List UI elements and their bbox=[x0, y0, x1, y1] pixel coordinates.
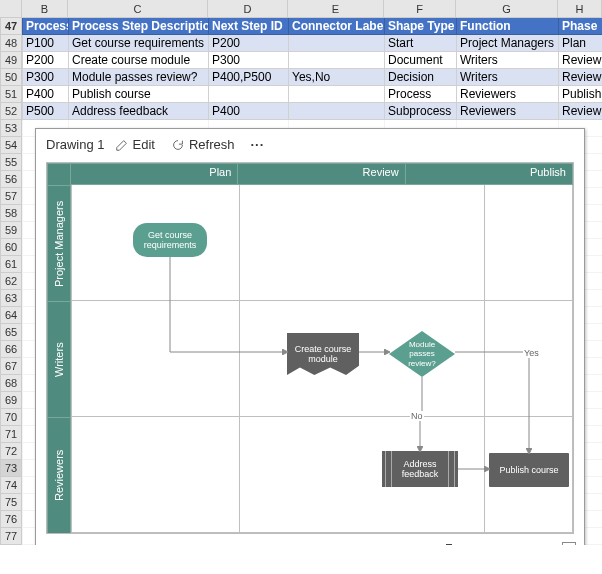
col-header-D[interactable]: D bbox=[208, 0, 288, 17]
cell[interactable]: Process bbox=[22, 18, 68, 35]
cell[interactable]: Review bbox=[558, 52, 602, 69]
cell[interactable]: Phase bbox=[558, 18, 602, 35]
cell[interactable]: Shape Type bbox=[384, 18, 456, 35]
cell[interactable]: Writers bbox=[456, 52, 558, 69]
cell[interactable]: Process Step Description bbox=[68, 18, 208, 35]
row-header[interactable]: 53 bbox=[0, 120, 22, 137]
cell[interactable]: Process bbox=[384, 86, 456, 103]
cell[interactable]: Connector Label bbox=[288, 18, 384, 35]
row-header[interactable]: 76 bbox=[0, 511, 22, 528]
row-header[interactable]: 63 bbox=[0, 290, 22, 307]
cell[interactable] bbox=[208, 86, 288, 103]
row-header[interactable]: 68 bbox=[0, 375, 22, 392]
row-header[interactable]: 65 bbox=[0, 324, 22, 341]
row-header[interactable]: 49 bbox=[0, 52, 22, 69]
cell[interactable]: Address feedback bbox=[68, 103, 208, 120]
visio-drawing-embed[interactable]: Drawing 1 Edit Refresh ··· Plan Review P… bbox=[35, 128, 585, 545]
cell[interactable]: Function bbox=[456, 18, 558, 35]
edit-button[interactable]: Edit bbox=[109, 135, 161, 154]
row-header[interactable]: 59 bbox=[0, 222, 22, 239]
cell[interactable]: P200 bbox=[22, 52, 68, 69]
col-header-F[interactable]: F bbox=[384, 0, 456, 17]
cell[interactable]: Writers bbox=[456, 69, 558, 86]
cell[interactable]: P200 bbox=[208, 35, 288, 52]
row-header[interactable]: 75 bbox=[0, 494, 22, 511]
cell[interactable]: Decision bbox=[384, 69, 456, 86]
cell[interactable]: Reviewers bbox=[456, 103, 558, 120]
row-header[interactable]: 77 bbox=[0, 528, 22, 545]
row-header[interactable]: 64 bbox=[0, 307, 22, 324]
row-header[interactable]: 60 bbox=[0, 239, 22, 256]
cell[interactable]: P300 bbox=[22, 69, 68, 86]
col-header-G[interactable]: G bbox=[456, 0, 558, 17]
pencil-icon bbox=[115, 138, 129, 152]
swimlane-corner bbox=[47, 163, 71, 185]
zoom-out-button[interactable]: − bbox=[388, 543, 402, 545]
row-header[interactable]: 55 bbox=[0, 154, 22, 171]
row-header[interactable]: 48 bbox=[0, 35, 22, 52]
col-header-C[interactable]: C bbox=[68, 0, 208, 17]
cell[interactable]: P500 bbox=[22, 103, 68, 120]
fit-to-window-icon[interactable] bbox=[562, 542, 576, 545]
zoom-value: 74% bbox=[534, 543, 556, 545]
row-header[interactable]: 54 bbox=[0, 137, 22, 154]
row-header[interactable]: 74 bbox=[0, 477, 22, 494]
cell[interactable]: Get course requirements bbox=[68, 35, 208, 52]
row-header[interactable]: 52 bbox=[0, 103, 22, 120]
phase-review: Review bbox=[238, 163, 405, 185]
drawing-toolbar: Drawing 1 Edit Refresh ··· bbox=[36, 129, 584, 156]
swimlane-canvas[interactable]: Plan Review Publish Project Managers Wri… bbox=[46, 162, 574, 534]
connectors bbox=[71, 185, 573, 533]
cell[interactable]: Yes,No bbox=[288, 69, 384, 86]
row-header[interactable]: 58 bbox=[0, 205, 22, 222]
cell[interactable]: Project Managers bbox=[456, 35, 558, 52]
cell[interactable]: Reviewers bbox=[456, 86, 558, 103]
col-header-E[interactable]: E bbox=[288, 0, 384, 17]
row-header[interactable]: 47 bbox=[0, 18, 22, 35]
cell[interactable]: Subprocess bbox=[384, 103, 456, 120]
zoom-in-button[interactable]: + bbox=[514, 543, 528, 545]
cell[interactable]: P400 bbox=[208, 103, 288, 120]
row-header[interactable]: 66 bbox=[0, 341, 22, 358]
cell[interactable]: Module passes review? bbox=[68, 69, 208, 86]
row-header[interactable]: 72 bbox=[0, 443, 22, 460]
cell[interactable]: Publish bbox=[558, 86, 602, 103]
cell[interactable]: P400 bbox=[22, 86, 68, 103]
cell[interactable]: P100 bbox=[22, 35, 68, 52]
cell[interactable]: Create course module bbox=[68, 52, 208, 69]
cell[interactable]: Plan bbox=[558, 35, 602, 52]
lane-writers: Writers bbox=[47, 301, 71, 417]
row-header[interactable]: 50 bbox=[0, 69, 22, 86]
row-header[interactable]: 67 bbox=[0, 358, 22, 375]
row-header[interactable]: 56 bbox=[0, 171, 22, 188]
row-header[interactable]: 57 bbox=[0, 188, 22, 205]
cell[interactable]: Publish course bbox=[68, 86, 208, 103]
cell[interactable]: Document bbox=[384, 52, 456, 69]
cell[interactable]: Review bbox=[558, 103, 602, 120]
cell[interactable] bbox=[288, 52, 384, 69]
cell[interactable]: P400,P500 bbox=[208, 69, 288, 86]
drawing-statusbar: − + 74% bbox=[36, 540, 584, 545]
cell[interactable]: Next Step ID bbox=[208, 18, 288, 35]
cell[interactable] bbox=[288, 35, 384, 52]
col-header-H[interactable]: H bbox=[558, 0, 602, 17]
row-header[interactable]: 51 bbox=[0, 86, 22, 103]
corner-cell[interactable] bbox=[0, 0, 22, 17]
edit-label: Edit bbox=[133, 137, 155, 152]
cell[interactable]: P300 bbox=[208, 52, 288, 69]
row-header[interactable]: 71 bbox=[0, 426, 22, 443]
cell[interactable]: Review bbox=[558, 69, 602, 86]
cell[interactable]: Start bbox=[384, 35, 456, 52]
lane-pm: Project Managers bbox=[47, 185, 71, 301]
cell[interactable] bbox=[288, 103, 384, 120]
row-header[interactable]: 73 bbox=[0, 460, 22, 477]
more-button[interactable]: ··· bbox=[244, 137, 270, 152]
col-header-B[interactable]: B bbox=[22, 0, 68, 17]
cell[interactable] bbox=[288, 86, 384, 103]
row-header[interactable]: 69 bbox=[0, 392, 22, 409]
row-header[interactable]: 61 bbox=[0, 256, 22, 273]
row-header[interactable]: 62 bbox=[0, 273, 22, 290]
column-header-row: B C D E F G H bbox=[0, 0, 602, 18]
row-header[interactable]: 70 bbox=[0, 409, 22, 426]
refresh-button[interactable]: Refresh bbox=[165, 135, 241, 154]
